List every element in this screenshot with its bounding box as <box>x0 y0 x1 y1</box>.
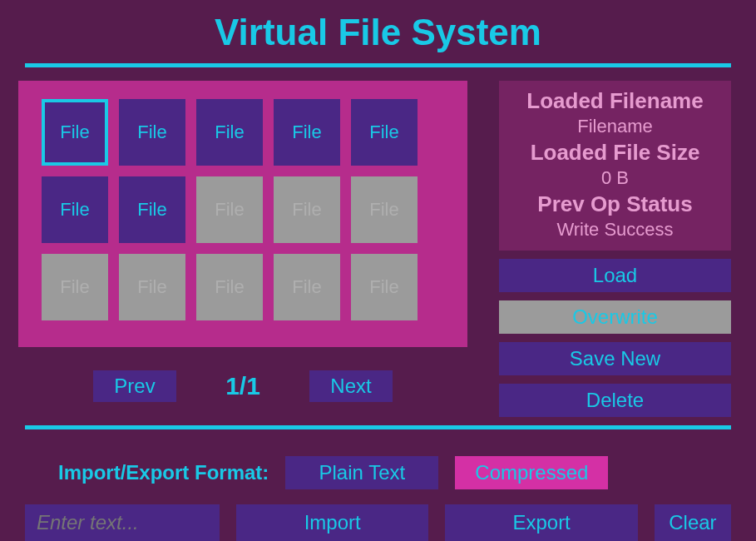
page-count: 1/1 <box>210 372 276 400</box>
overwrite-button[interactable]: Overwrite <box>499 300 731 334</box>
file-grid: FileFileFileFileFileFileFileFileFileFile… <box>18 81 467 347</box>
next-button[interactable]: Next <box>309 370 393 402</box>
file-cell-6[interactable]: File <box>119 176 185 243</box>
io-row: Import Export Clear <box>25 501 731 541</box>
filename-label: Loaded Filename <box>499 87 731 115</box>
status-value: Write Success <box>499 218 731 241</box>
file-cell-5[interactable]: File <box>42 176 108 243</box>
filesize-value: 0 B <box>499 166 731 190</box>
file-cell-2[interactable]: File <box>196 99 263 166</box>
format-label: Import/Export Format: <box>58 461 269 484</box>
file-cell-11[interactable]: File <box>119 254 185 320</box>
load-button[interactable]: Load <box>499 259 731 292</box>
file-cell-9[interactable]: File <box>351 176 418 243</box>
delete-button[interactable]: Delete <box>499 384 731 417</box>
divider-bottom <box>25 425 731 429</box>
info-panel: Loaded Filename Filename Loaded File Siz… <box>499 81 731 251</box>
text-input[interactable] <box>25 504 220 541</box>
file-cell-14[interactable]: File <box>351 254 418 320</box>
clear-button[interactable]: Clear <box>655 504 731 541</box>
status-label: Prev Op Status <box>499 191 731 218</box>
savenew-button[interactable]: Save New <box>499 342 731 375</box>
file-cell-0[interactable]: File <box>42 99 108 166</box>
filesize-label: Loaded File Size <box>499 139 731 166</box>
format-row: Import/Export Format: Plain Text Compres… <box>25 444 731 501</box>
paging-row: Prev 1/1 Next <box>18 370 467 402</box>
file-cell-4[interactable]: File <box>351 99 418 166</box>
file-cell-3[interactable]: File <box>274 99 340 166</box>
page-title: Virtual File System <box>0 0 756 63</box>
filename-value: Filename <box>499 115 731 138</box>
import-button[interactable]: Import <box>236 504 428 541</box>
compressed-button[interactable]: Compressed <box>455 456 608 489</box>
file-cell-12[interactable]: File <box>196 254 263 320</box>
export-button[interactable]: Export <box>445 504 637 541</box>
file-cell-7[interactable]: File <box>196 176 263 243</box>
file-cell-8[interactable]: File <box>274 176 340 243</box>
file-cell-13[interactable]: File <box>274 254 340 320</box>
file-cell-10[interactable]: File <box>42 254 108 320</box>
file-cell-1[interactable]: File <box>119 99 185 166</box>
plain-text-button[interactable]: Plain Text <box>285 456 438 489</box>
prev-button[interactable]: Prev <box>93 370 176 402</box>
